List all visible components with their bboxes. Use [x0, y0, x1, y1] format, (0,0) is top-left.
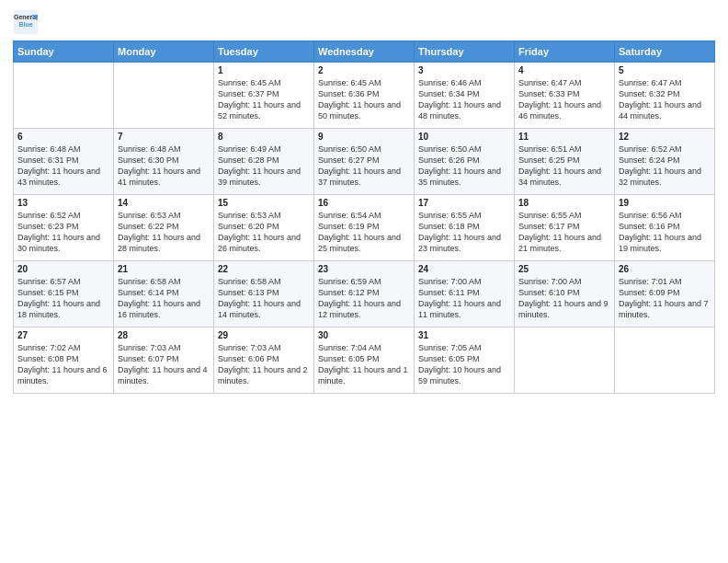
day-number: 17 [418, 198, 510, 208]
day-details: Sunrise: 7:02 AM Sunset: 6:08 PM Dayligh… [17, 342, 109, 387]
week-row-5: 27Sunrise: 7:02 AM Sunset: 6:08 PM Dayli… [14, 327, 715, 394]
day-details: Sunrise: 6:50 AM Sunset: 6:26 PM Dayligh… [418, 144, 510, 189]
day-details: Sunrise: 6:48 AM Sunset: 6:31 PM Dayligh… [17, 144, 109, 189]
logo-icon: General Blue [13, 9, 39, 35]
day-details: Sunrise: 6:53 AM Sunset: 6:20 PM Dayligh… [218, 210, 310, 255]
day-number: 18 [518, 198, 610, 208]
day-details: Sunrise: 6:49 AM Sunset: 6:28 PM Dayligh… [218, 144, 310, 189]
calendar-cell: 13Sunrise: 6:52 AM Sunset: 6:23 PM Dayli… [14, 195, 114, 261]
day-number: 11 [518, 132, 610, 142]
week-row-1: 1Sunrise: 6:45 AM Sunset: 6:37 PM Daylig… [14, 63, 715, 129]
header-row: SundayMondayTuesdayWednesdayThursdayFrid… [14, 41, 715, 63]
calendar-cell: 27Sunrise: 7:02 AM Sunset: 6:08 PM Dayli… [14, 327, 114, 394]
day-details: Sunrise: 6:53 AM Sunset: 6:22 PM Dayligh… [118, 210, 210, 255]
calendar-cell: 30Sunrise: 7:04 AM Sunset: 6:05 PM Dayli… [314, 327, 415, 394]
calendar-cell: 6Sunrise: 6:48 AM Sunset: 6:31 PM Daylig… [14, 129, 114, 195]
calendar-cell: 28Sunrise: 7:03 AM Sunset: 6:07 PM Dayli… [114, 327, 214, 394]
day-details: Sunrise: 7:01 AM Sunset: 6:09 PM Dayligh… [619, 276, 711, 321]
day-details: Sunrise: 6:58 AM Sunset: 6:14 PM Dayligh… [118, 276, 210, 321]
day-number: 22 [218, 264, 310, 274]
calendar-cell: 2Sunrise: 6:45 AM Sunset: 6:36 PM Daylig… [314, 63, 415, 129]
day-details: Sunrise: 6:47 AM Sunset: 6:32 PM Dayligh… [619, 77, 711, 122]
day-number: 13 [17, 198, 109, 208]
calendar-cell: 8Sunrise: 6:49 AM Sunset: 6:28 PM Daylig… [214, 129, 314, 195]
svg-text:Blue: Blue [18, 21, 32, 28]
day-number: 7 [118, 132, 210, 142]
day-number: 28 [118, 330, 210, 340]
calendar-cell: 23Sunrise: 6:59 AM Sunset: 6:12 PM Dayli… [314, 261, 415, 327]
day-number: 19 [619, 198, 711, 208]
day-number: 23 [318, 264, 410, 274]
calendar-cell: 19Sunrise: 6:56 AM Sunset: 6:16 PM Dayli… [615, 195, 715, 261]
calendar-cell: 18Sunrise: 6:55 AM Sunset: 6:17 PM Dayli… [515, 195, 615, 261]
week-row-4: 20Sunrise: 6:57 AM Sunset: 6:15 PM Dayli… [14, 261, 715, 327]
calendar-cell: 12Sunrise: 6:52 AM Sunset: 6:24 PM Dayli… [615, 129, 715, 195]
calendar-cell [114, 63, 214, 129]
calendar-cell [615, 327, 715, 394]
calendar-cell: 9Sunrise: 6:50 AM Sunset: 6:27 PM Daylig… [314, 129, 415, 195]
day-number: 3 [418, 65, 510, 75]
calendar-table: SundayMondayTuesdayWednesdayThursdayFrid… [13, 40, 715, 394]
day-number: 6 [17, 132, 109, 142]
day-details: Sunrise: 6:45 AM Sunset: 6:37 PM Dayligh… [218, 77, 310, 122]
day-details: Sunrise: 6:58 AM Sunset: 6:13 PM Dayligh… [218, 276, 310, 321]
day-details: Sunrise: 6:51 AM Sunset: 6:25 PM Dayligh… [518, 144, 610, 189]
header-day-tuesday: Tuesday [214, 41, 314, 63]
calendar-cell: 25Sunrise: 7:00 AM Sunset: 6:10 PM Dayli… [515, 261, 615, 327]
day-number: 15 [218, 198, 310, 208]
day-details: Sunrise: 6:46 AM Sunset: 6:34 PM Dayligh… [418, 77, 510, 122]
day-details: Sunrise: 6:57 AM Sunset: 6:15 PM Dayligh… [17, 276, 109, 321]
calendar-cell: 15Sunrise: 6:53 AM Sunset: 6:20 PM Dayli… [214, 195, 314, 261]
day-number: 31 [418, 330, 510, 340]
day-number: 26 [619, 264, 711, 274]
calendar-cell: 7Sunrise: 6:48 AM Sunset: 6:30 PM Daylig… [114, 129, 214, 195]
calendar-cell: 4Sunrise: 6:47 AM Sunset: 6:33 PM Daylig… [515, 63, 615, 129]
calendar-cell: 1Sunrise: 6:45 AM Sunset: 6:37 PM Daylig… [214, 63, 314, 129]
day-number: 8 [218, 132, 310, 142]
calendar-cell: 5Sunrise: 6:47 AM Sunset: 6:32 PM Daylig… [615, 63, 715, 129]
day-number: 5 [619, 65, 711, 75]
day-details: Sunrise: 6:47 AM Sunset: 6:33 PM Dayligh… [518, 77, 610, 122]
header-day-sunday: Sunday [14, 41, 114, 63]
day-details: Sunrise: 6:45 AM Sunset: 6:36 PM Dayligh… [318, 77, 410, 122]
calendar-cell: 17Sunrise: 6:55 AM Sunset: 6:18 PM Dayli… [415, 195, 515, 261]
day-details: Sunrise: 7:00 AM Sunset: 6:11 PM Dayligh… [418, 276, 510, 321]
header-day-wednesday: Wednesday [314, 41, 415, 63]
day-details: Sunrise: 7:03 AM Sunset: 6:06 PM Dayligh… [218, 342, 310, 387]
day-details: Sunrise: 6:48 AM Sunset: 6:30 PM Dayligh… [118, 144, 210, 189]
day-number: 30 [318, 330, 410, 340]
day-number: 2 [318, 65, 410, 75]
day-number: 27 [17, 330, 109, 340]
day-number: 24 [418, 264, 510, 274]
day-number: 1 [218, 65, 310, 75]
day-details: Sunrise: 7:03 AM Sunset: 6:07 PM Dayligh… [118, 342, 210, 387]
day-number: 10 [418, 132, 510, 142]
calendar-cell: 10Sunrise: 6:50 AM Sunset: 6:26 PM Dayli… [415, 129, 515, 195]
day-details: Sunrise: 6:59 AM Sunset: 6:12 PM Dayligh… [318, 276, 410, 321]
day-number: 14 [118, 198, 210, 208]
calendar-cell [515, 327, 615, 394]
day-details: Sunrise: 7:04 AM Sunset: 6:05 PM Dayligh… [318, 342, 410, 387]
calendar-cell: 14Sunrise: 6:53 AM Sunset: 6:22 PM Dayli… [114, 195, 214, 261]
day-number: 16 [318, 198, 410, 208]
logo: General Blue [13, 9, 39, 35]
calendar-cell: 16Sunrise: 6:54 AM Sunset: 6:19 PM Dayli… [314, 195, 415, 261]
header-day-monday: Monday [114, 41, 214, 63]
day-number: 29 [218, 330, 310, 340]
header-day-friday: Friday [515, 41, 615, 63]
week-row-3: 13Sunrise: 6:52 AM Sunset: 6:23 PM Dayli… [14, 195, 715, 261]
day-number: 25 [518, 264, 610, 274]
week-row-2: 6Sunrise: 6:48 AM Sunset: 6:31 PM Daylig… [14, 129, 715, 195]
calendar-cell: 29Sunrise: 7:03 AM Sunset: 6:06 PM Dayli… [214, 327, 314, 394]
day-details: Sunrise: 7:00 AM Sunset: 6:10 PM Dayligh… [518, 276, 610, 321]
calendar-cell: 20Sunrise: 6:57 AM Sunset: 6:15 PM Dayli… [14, 261, 114, 327]
day-number: 4 [518, 65, 610, 75]
day-details: Sunrise: 7:05 AM Sunset: 6:05 PM Dayligh… [418, 342, 510, 387]
day-number: 9 [318, 132, 410, 142]
header-day-saturday: Saturday [615, 41, 715, 63]
calendar-cell: 3Sunrise: 6:46 AM Sunset: 6:34 PM Daylig… [415, 63, 515, 129]
header: General Blue [13, 9, 715, 35]
day-details: Sunrise: 6:55 AM Sunset: 6:17 PM Dayligh… [518, 210, 610, 255]
calendar-cell: 26Sunrise: 7:01 AM Sunset: 6:09 PM Dayli… [615, 261, 715, 327]
day-number: 21 [118, 264, 210, 274]
